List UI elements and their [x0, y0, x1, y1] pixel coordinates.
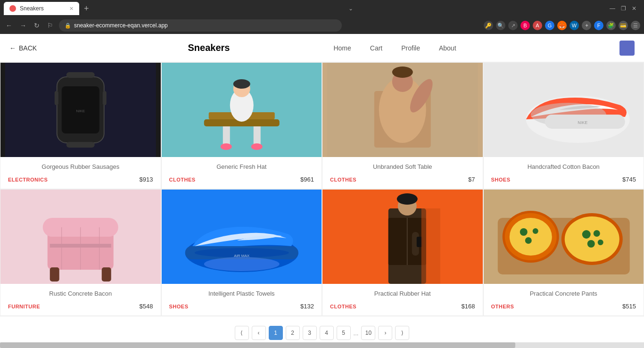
main-nav: Home Cart Profile About — [333, 44, 456, 52]
svg-rect-7 — [66, 142, 95, 148]
svg-point-59 — [532, 228, 538, 234]
url-input[interactable]: 🔒 sneaker-ecommerce-eqan.vercel.app — [59, 19, 342, 32]
svg-point-66 — [597, 240, 603, 245]
product-meta-2: CLOTHES $961 — [169, 176, 314, 183]
back-nav-button[interactable]: ← — [4, 22, 14, 29]
product-card-2[interactable]: Generic Fresh Hat CLOTHES $961 — [161, 62, 322, 189]
reload-button[interactable]: ↻ — [32, 22, 41, 29]
svg-point-17 — [251, 143, 262, 150]
pagination-first[interactable]: ⟨ — [235, 326, 249, 340]
svg-point-15 — [233, 79, 250, 89]
pagination-page-2[interactable]: 2 — [286, 326, 300, 340]
new-tab-button[interactable]: + — [81, 4, 92, 14]
pagination-page-5[interactable]: 5 — [337, 326, 351, 340]
tab-favicon — [9, 5, 16, 12]
pagination-page-4[interactable]: 4 — [320, 326, 334, 340]
pagination-page-1[interactable]: 1 — [269, 326, 283, 340]
product-meta-1: ELECTRONICS $913 — [8, 176, 153, 183]
menu-icon[interactable]: ☰ — [631, 21, 640, 30]
product-price-3: $7 — [468, 176, 475, 183]
maximize-button[interactable]: ❐ — [621, 5, 626, 12]
back-label: BACK — [19, 44, 37, 52]
ext7-icon: 🧩 — [606, 21, 616, 30]
pagination-prev[interactable]: ‹ — [252, 326, 266, 340]
product-card-5[interactable]: Rustic Concrete Bacon FURNITURE $548 — [0, 189, 161, 316]
search-icon[interactable]: 🔍 — [496, 21, 505, 30]
product-image-8 — [484, 190, 644, 284]
close-button[interactable]: ✕ — [632, 5, 636, 12]
product-name-4: Handcrafted Cotton Bacon — [491, 163, 636, 171]
product-name-8: Practical Concrete Pants — [491, 290, 636, 298]
product-img-svg-1: NIKE — [0, 63, 161, 157]
horizontal-scrollbar[interactable] — [0, 342, 644, 348]
minimize-button[interactable]: — — [610, 5, 615, 12]
ext4-icon: W — [570, 21, 579, 30]
brave-icon: B — [520, 21, 530, 30]
pagination-page-3[interactable]: 3 — [303, 326, 317, 340]
product-price-8: $515 — [622, 303, 636, 310]
ext5-icon: ✦ — [582, 21, 591, 30]
browser-chrome: Sneakers ✕ + ⌄ — ❐ ✕ ← → ↻ ⚐ 🔒 sneaker-e… — [0, 0, 644, 34]
svg-rect-6 — [66, 72, 95, 78]
tab-close-button[interactable]: ✕ — [69, 6, 74, 12]
product-category-1: ELECTRONICS — [8, 177, 48, 182]
product-img-svg-8 — [484, 190, 644, 284]
ext6-icon: F — [594, 21, 603, 30]
product-meta-5: FURNITURE $548 — [8, 303, 153, 310]
product-category-5: FURNITURE — [8, 304, 40, 309]
ext1-icon: A — [533, 21, 542, 30]
pagination-page-10[interactable]: 10 — [361, 326, 375, 340]
bookmark-button[interactable]: ⚐ — [45, 22, 55, 29]
product-name-5: Rustic Concrete Bacon — [8, 290, 153, 298]
svg-point-60 — [525, 237, 531, 244]
pagination-last[interactable]: ⟩ — [395, 326, 409, 340]
product-info-4: Handcrafted Cotton Bacon SHOES $745 — [484, 157, 644, 189]
tab-title: Sneakers — [20, 5, 44, 12]
product-price-1: $913 — [140, 176, 153, 183]
product-name-7: Practical Rubber Hat — [330, 290, 475, 298]
pagination-next[interactable]: › — [378, 326, 392, 340]
product-image-5 — [0, 190, 161, 284]
pagination-ellipsis: ... — [354, 330, 359, 337]
product-img-svg-3 — [322, 63, 483, 157]
svg-point-16 — [220, 143, 231, 150]
product-card-1[interactable]: NIKE Gorgeous Rubber Sausages ELECTRONIC… — [0, 62, 161, 189]
product-card-7[interactable]: Practical Rubber Hat CLOTHES $168 — [322, 189, 483, 316]
product-card-3[interactable]: Unbranded Soft Table CLOTHES $7 — [322, 62, 483, 189]
product-image-1: NIKE — [0, 63, 161, 157]
product-image-2 — [162, 63, 322, 157]
product-price-2: $961 — [300, 176, 314, 183]
nav-about[interactable]: About — [439, 44, 456, 52]
product-name-2: Generic Fresh Hat — [169, 163, 314, 171]
svg-point-63 — [582, 230, 590, 239]
ext2-icon: G — [545, 21, 554, 30]
product-card-6[interactable]: AIR MAX Intelligent Plastic Towels SHOES… — [161, 189, 322, 316]
product-info-5: Rustic Concrete Bacon FURNITURE $548 — [0, 284, 161, 315]
product-image-6: AIR MAX — [162, 190, 322, 284]
product-name-1: Gorgeous Rubber Sausages — [8, 163, 153, 171]
product-card-8[interactable]: Practical Concrete Pants OTHERS $515 — [483, 189, 644, 316]
svg-point-62 — [564, 216, 619, 262]
back-button[interactable]: ← BACK — [9, 44, 37, 52]
product-info-7: Practical Rubber Hat CLOTHES $168 — [322, 284, 483, 315]
svg-rect-4 — [55, 91, 58, 105]
user-avatar[interactable] — [619, 41, 635, 56]
svg-text:AIR MAX: AIR MAX — [234, 254, 250, 258]
ext3-icon: 🦊 — [557, 21, 567, 30]
nav-profile[interactable]: Profile — [401, 44, 420, 52]
forward-nav-button[interactable]: → — [18, 22, 28, 29]
product-img-svg-5 — [0, 190, 161, 284]
product-price-4: $745 — [622, 176, 636, 183]
key-icon: 🔑 — [484, 21, 493, 30]
active-tab[interactable]: Sneakers ✕ — [4, 2, 79, 15]
svg-rect-52 — [421, 208, 440, 284]
product-category-6: SHOES — [169, 304, 189, 309]
share-icon[interactable]: ↗ — [508, 21, 518, 30]
product-card-4[interactable]: NIKE Handcrafted Cotton Bacon SHOES $745 — [483, 62, 644, 189]
svg-point-42 — [204, 257, 279, 271]
product-image-4: NIKE — [484, 63, 644, 157]
nav-home[interactable]: Home — [333, 44, 351, 52]
nav-cart[interactable]: Cart — [370, 44, 382, 52]
product-info-6: Intelligent Plastic Towels SHOES $132 — [162, 284, 322, 315]
product-img-svg-2 — [162, 63, 322, 157]
